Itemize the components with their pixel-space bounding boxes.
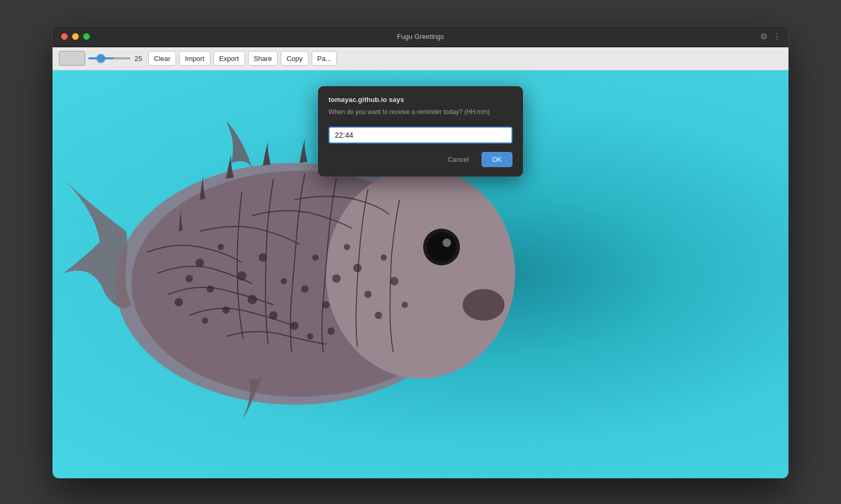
- reminder-time-input[interactable]: [329, 127, 512, 143]
- dialog-message: When do you want to receive a reminder t…: [329, 108, 512, 117]
- dialog-box: tomayac.github.io says When do you want …: [318, 86, 523, 177]
- brush-size-slider[interactable]: [88, 57, 130, 59]
- share-button[interactable]: Share: [248, 51, 278, 66]
- dialog-input-area: [318, 121, 523, 152]
- browser-window: Fugu Greetings ⚙ ⋮ 25 Clear Import Expor…: [53, 26, 788, 478]
- color-preview: [59, 51, 85, 66]
- clear-button[interactable]: Clear: [148, 51, 176, 66]
- toolbar: 25 Clear Import Export Share Copy Pa...: [53, 47, 788, 70]
- minimize-button[interactable]: [72, 33, 79, 40]
- import-button[interactable]: Import: [179, 51, 210, 66]
- main-content: tomayac.github.io says When do you want …: [53, 70, 788, 478]
- paste-button[interactable]: Pa...: [312, 51, 337, 66]
- slider-value: 25: [135, 55, 145, 63]
- title-bar: Fugu Greetings ⚙ ⋮: [53, 26, 788, 47]
- maximize-button[interactable]: [83, 33, 90, 40]
- dialog-overlay: tomayac.github.io says When do you want …: [53, 70, 788, 478]
- title-bar-actions: ⚙ ⋮: [760, 32, 788, 42]
- copy-button[interactable]: Copy: [281, 51, 308, 66]
- dialog-header: tomayac.github.io says When do you want …: [318, 86, 523, 122]
- slider-container: 25: [88, 55, 145, 63]
- dialog-buttons: Cancel OK: [318, 152, 523, 177]
- extensions-icon[interactable]: ⚙: [760, 32, 767, 42]
- menu-icon[interactable]: ⋮: [773, 32, 781, 42]
- window-title: Fugu Greetings: [397, 33, 444, 40]
- close-button[interactable]: [61, 33, 68, 40]
- cancel-button[interactable]: Cancel: [440, 152, 476, 167]
- ok-button[interactable]: OK: [481, 152, 512, 167]
- dialog-title: tomayac.github.io says: [329, 96, 512, 104]
- traffic-lights: [53, 33, 90, 40]
- export-button[interactable]: Export: [213, 51, 245, 66]
